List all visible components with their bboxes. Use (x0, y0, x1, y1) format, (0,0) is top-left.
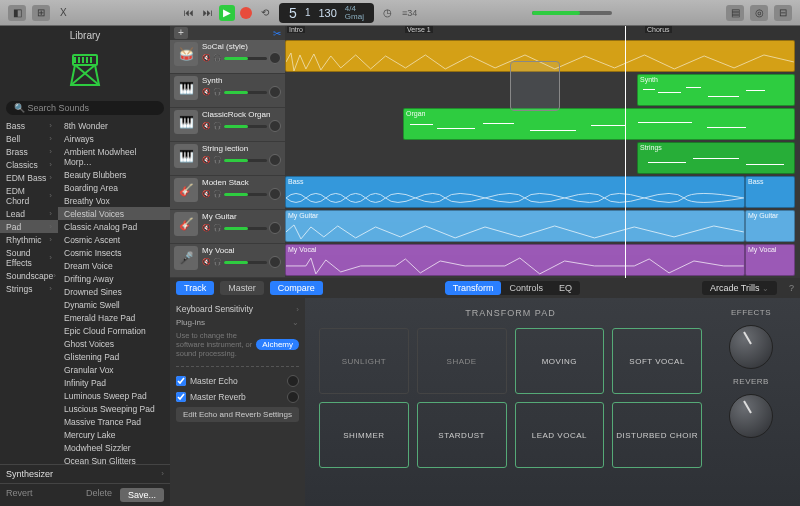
patch-item[interactable]: Drowned Sines (58, 285, 170, 298)
category-item[interactable]: EDM Bass› (0, 171, 58, 184)
headphones-icon[interactable]: 🎧 (213, 54, 222, 62)
category-item[interactable]: Brass› (0, 145, 58, 158)
category-item[interactable]: Strings› (0, 282, 58, 295)
scissors-icon[interactable]: ✂ (273, 28, 281, 39)
add-track-button[interactable]: + (174, 27, 188, 39)
track-header[interactable]: 🎸My Guitar🔇🎧 (170, 210, 285, 244)
category-item[interactable]: Sound Effects› (0, 246, 58, 269)
marker-verse1[interactable]: Verse 1 (405, 26, 433, 33)
patch-item[interactable]: Airways (58, 132, 170, 145)
patch-item[interactable]: Beauty Blubbers (58, 168, 170, 181)
echo-knob[interactable] (287, 375, 299, 387)
transform-puck[interactable] (510, 61, 560, 111)
patch-item[interactable]: Dynamic Swell (58, 298, 170, 311)
headphones-icon[interactable]: 🎧 (213, 88, 222, 96)
patch-item[interactable]: Drifting Away (58, 272, 170, 285)
loops-button[interactable]: ◎ (750, 5, 768, 21)
patch-item[interactable]: Modwheel Sizzler (58, 441, 170, 454)
revert-button[interactable]: Revert (6, 488, 33, 502)
chevron-down-icon[interactable]: ⌄ (292, 318, 299, 327)
tab-track[interactable]: Track (176, 281, 214, 295)
save-button[interactable]: Save... (120, 488, 164, 502)
help-icon[interactable]: ? (789, 283, 794, 293)
record-button[interactable] (238, 5, 254, 21)
effects-knob[interactable] (729, 325, 773, 369)
category-item[interactable]: Rhythmic› (0, 233, 58, 246)
volume-slider[interactable] (224, 261, 267, 264)
pan-knob[interactable] (269, 222, 281, 234)
library-toggle-button[interactable]: ◧ (8, 5, 26, 21)
metronome-button[interactable]: ◷ (380, 5, 396, 21)
ruler[interactable] (285, 26, 800, 40)
transform-cell[interactable]: MOVING (515, 328, 605, 394)
tab-master[interactable]: Master (220, 281, 264, 295)
pan-knob[interactable] (269, 256, 281, 268)
headphones-icon[interactable]: 🎧 (213, 190, 222, 198)
transform-cell[interactable]: DISTURBED CHOIR (612, 402, 702, 468)
volume-slider[interactable] (224, 159, 267, 162)
rewind-button[interactable]: ⏮ (181, 5, 197, 21)
patch-item[interactable]: Boarding Area (58, 181, 170, 194)
delete-button[interactable]: Delete (86, 488, 112, 502)
patch-item[interactable]: Emerald Haze Pad (58, 311, 170, 324)
cycle-button[interactable]: ⟲ (257, 5, 273, 21)
play-button[interactable]: ▶ (219, 5, 235, 21)
patch-item[interactable]: Dream Voice (58, 259, 170, 272)
transform-cell[interactable]: STARDUST (417, 402, 507, 468)
volume-slider[interactable] (224, 91, 267, 94)
footer-category[interactable]: Synthesizer (6, 469, 53, 479)
preset-selector[interactable]: Arcade Trills ⌄ (702, 281, 777, 295)
transform-cell[interactable]: SOFT VOCAL (612, 328, 702, 394)
patch-item[interactable]: 8th Wonder (58, 119, 170, 132)
patch-item[interactable]: Cosmic Insects (58, 246, 170, 259)
transform-cell[interactable]: SHIMMER (319, 402, 409, 468)
transform-cell[interactable]: SUNLIGHT (319, 328, 409, 394)
transform-pad[interactable]: SUNLIGHTSHADEMOVINGSOFT VOCALSHIMMERSTAR… (319, 328, 702, 468)
seg-transform[interactable]: Transform (445, 281, 502, 295)
region-strings[interactable]: Strings (637, 142, 795, 174)
playhead[interactable] (625, 26, 626, 278)
count-in[interactable]: ≡34 (402, 8, 417, 18)
patch-item[interactable]: Ghost Voices (58, 337, 170, 350)
reverb-big-knob[interactable] (729, 394, 773, 438)
notepad-button[interactable]: ▤ (726, 5, 744, 21)
patch-item[interactable]: Classic Analog Pad (58, 220, 170, 233)
mute-button[interactable]: 🔇 (202, 224, 211, 232)
headphones-icon[interactable]: 🎧 (213, 122, 222, 130)
region-guitar-2[interactable]: My Guitar (745, 210, 795, 242)
category-item[interactable]: Lead› (0, 207, 58, 220)
track-header[interactable]: 🎸Moden Stack🔇🎧 (170, 176, 285, 210)
keyboard-sensitivity-row[interactable]: Keyboard Sensitivity› (176, 304, 299, 314)
patch-item[interactable]: Epic Cloud Formation (58, 324, 170, 337)
seg-eq[interactable]: EQ (551, 281, 580, 295)
edit-echo-reverb-button[interactable]: Edit Echo and Reverb Settings (176, 407, 299, 422)
master-reverb-checkbox[interactable] (176, 392, 186, 402)
patch-item[interactable]: Cosmic Ascent (58, 233, 170, 246)
patch-item[interactable]: Granular Vox (58, 363, 170, 376)
headphones-icon[interactable]: 🎧 (213, 258, 222, 266)
patch-item[interactable]: Breathy Vox (58, 194, 170, 207)
patch-item[interactable]: Mercury Lake (58, 428, 170, 441)
patch-item[interactable]: Luscious Sweeping Pad (58, 402, 170, 415)
headphones-icon[interactable]: 🎧 (213, 156, 222, 164)
mute-button[interactable]: 🔇 (202, 88, 211, 96)
patch-item[interactable]: Glistening Pad (58, 350, 170, 363)
track-header[interactable]: 🎤My Vocal🔇🎧 (170, 244, 285, 278)
compare-button[interactable]: Compare (270, 281, 323, 295)
quickhelp-button[interactable]: ⊞ (32, 5, 50, 21)
pan-knob[interactable] (269, 86, 281, 98)
volume-slider[interactable] (224, 125, 267, 128)
mute-button[interactable]: 🔇 (202, 258, 211, 266)
forward-button[interactable]: ⏭ (200, 5, 216, 21)
lcd-display[interactable]: 5 1 130 4/4 Gmaj (279, 3, 374, 23)
master-echo-checkbox[interactable] (176, 376, 186, 386)
pan-knob[interactable] (269, 120, 281, 132)
headphones-icon[interactable]: 🎧 (213, 224, 222, 232)
mute-button[interactable]: 🔇 (202, 156, 211, 164)
volume-slider[interactable] (224, 193, 267, 196)
category-item[interactable]: Bass› (0, 119, 58, 132)
category-list[interactable]: Bass›Bell›Brass›Classics›EDM Bass›EDM Ch… (0, 119, 58, 464)
track-header[interactable]: 🎹String iection🔇🎧 (170, 142, 285, 176)
pan-knob[interactable] (269, 154, 281, 166)
patch-item[interactable]: Ambient Modwheel Morp… (58, 145, 170, 168)
